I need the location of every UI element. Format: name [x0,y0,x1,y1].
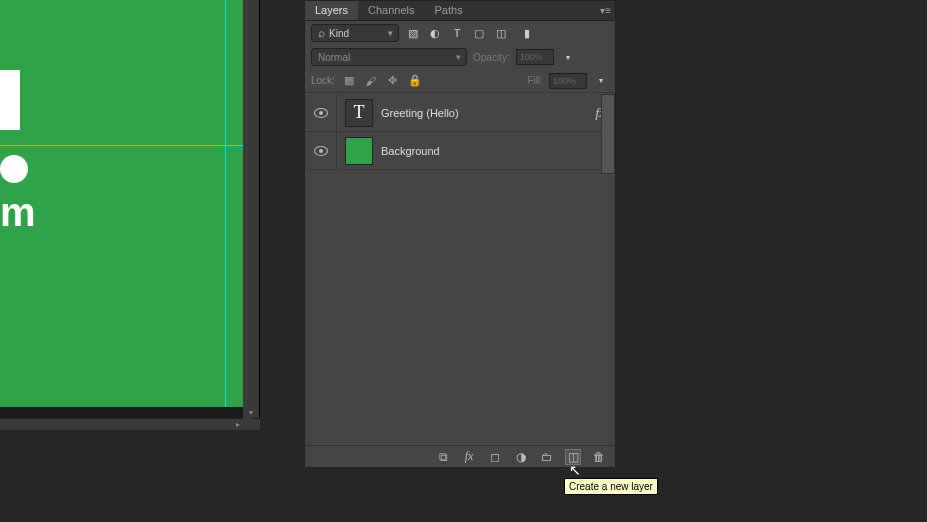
eye-icon [314,108,328,118]
fill-label: Fill: [527,75,543,86]
adjustment-layer-icon[interactable]: ◑ [513,449,529,465]
lock-row: Lock: ▩ 🖌 ✥ 🔒 Fill: 100% ▾ [305,69,615,93]
fill-input[interactable]: 100% [549,73,587,89]
filter-row: Kind ▧ ◐ T ▢ ◫ ▮ [305,21,615,45]
tab-paths[interactable]: Paths [425,1,473,20]
tab-layers[interactable]: Layers [305,1,358,20]
panel-footer: ⧉ fx ◻ ◑ 🗀 ◫ 🗑 [305,445,615,467]
resize-corner[interactable] [243,414,251,422]
layer-row[interactable]: Background [305,132,615,170]
panel-tabs: Layers Channels Paths ▾≡ [305,1,615,21]
filter-smart-icon[interactable]: ◫ [493,25,509,41]
layers-list: T Greeting (Hello) fx Background [305,94,615,445]
fill-dropdown-icon[interactable]: ▾ [593,73,609,89]
opacity-dropdown-icon[interactable]: ▾ [560,49,576,65]
vertical-scrollbar[interactable]: ▾ [243,0,259,430]
canvas-shape [0,70,20,130]
filter-type-icon[interactable]: T [449,25,465,41]
opacity-label: Opacity: [473,52,510,63]
canvas-text: m [0,190,36,235]
panel-menu-icon[interactable]: ▾≡ [600,5,611,16]
layer-mask-icon[interactable]: ◻ [487,449,503,465]
layer-visibility-toggle[interactable] [305,132,337,169]
layer-visibility-toggle[interactable] [305,94,337,131]
guide-vertical[interactable] [225,0,226,407]
eye-icon [314,146,328,156]
filter-toggle-icon[interactable]: ▮ [519,25,535,41]
layers-panel: Layers Channels Paths ▾≡ Kind ▧ ◐ T ▢ ◫ … [304,0,616,468]
blend-mode-value: Normal [318,52,350,63]
canvas-area: m ▾ ▸ [0,0,260,430]
filter-pixel-icon[interactable]: ▧ [405,25,421,41]
layer-row[interactable]: T Greeting (Hello) fx [305,94,615,132]
blend-row: Normal Opacity: 100% ▾ [305,45,615,69]
layer-name[interactable]: Background [381,145,440,157]
canvas-content[interactable]: m [0,0,244,407]
guide-horizontal[interactable] [0,145,244,146]
layer-thumbnail-text[interactable]: T [345,99,373,127]
layer-name[interactable]: Greeting (Hello) [381,107,459,119]
lock-position-icon[interactable]: ✥ [385,73,401,89]
filter-adjustment-icon[interactable]: ◐ [427,25,443,41]
layer-thumbnail-image[interactable] [345,137,373,165]
delete-layer-icon[interactable]: 🗑 [591,449,607,465]
layer-style-icon[interactable]: fx [461,449,477,465]
new-layer-icon[interactable]: ◫ [565,449,581,465]
link-layers-icon[interactable]: ⧉ [435,449,451,465]
canvas-shape [0,155,28,183]
lock-all-icon[interactable]: 🔒 [407,73,423,89]
filter-shape-icon[interactable]: ▢ [471,25,487,41]
kind-label: Kind [329,28,349,39]
blend-mode-dropdown[interactable]: Normal [311,48,467,66]
opacity-input[interactable]: 100% [516,49,554,65]
layers-scrollbar[interactable] [601,94,615,174]
tooltip: Create a new layer [564,478,658,495]
lock-pixels-icon[interactable]: 🖌 [363,73,379,89]
lock-transparency-icon[interactable]: ▩ [341,73,357,89]
horizontal-scrollbar[interactable]: ▸ [0,418,260,430]
lock-label: Lock: [311,75,335,86]
group-icon[interactable]: 🗀 [539,449,555,465]
kind-dropdown[interactable]: Kind [311,24,399,42]
tab-channels[interactable]: Channels [358,1,424,20]
